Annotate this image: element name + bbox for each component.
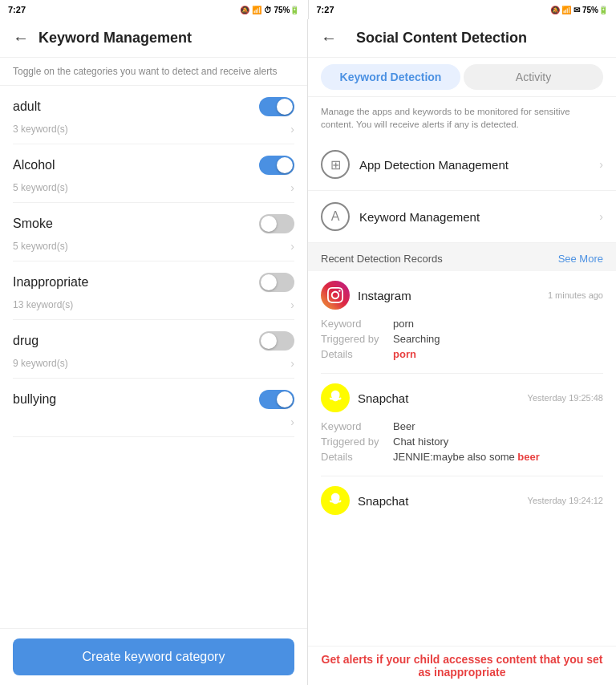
right-back-button[interactable]: ← bbox=[321, 29, 337, 47]
chevron-right-icon: › bbox=[599, 210, 603, 223]
categories-list: adult 3 keyword(s) › Alcohol 5 keyword(s… bbox=[0, 86, 307, 628]
manage-description: Manage the apps and keywords to be monit… bbox=[308, 97, 616, 139]
snapchat-icon bbox=[321, 486, 350, 515]
drug-keyword-row[interactable]: 9 keyword(s) › bbox=[13, 351, 294, 379]
chevron-right-icon: › bbox=[290, 415, 294, 428]
see-more-button[interactable]: See More bbox=[558, 253, 603, 265]
alcohol-keyword-count: 5 keyword(s) bbox=[13, 182, 68, 193]
main-content: ← Keyword Management Toggle on the categ… bbox=[0, 19, 616, 685]
left-status-bar: 7:27 🔕 📶 ⏱ 75%🔋 bbox=[0, 0, 309, 19]
inappropriate-toggle[interactable] bbox=[259, 273, 294, 292]
bullying-toggle[interactable] bbox=[259, 390, 294, 409]
app-name: Snapchat bbox=[358, 494, 408, 508]
chevron-right-icon: › bbox=[290, 123, 294, 136]
app-name: Snapchat bbox=[358, 391, 408, 405]
left-panel-header: ← Keyword Management bbox=[0, 19, 307, 58]
record-time: Yesterday 19:24:12 bbox=[528, 496, 603, 505]
smoke-keyword-count: 5 keyword(s) bbox=[13, 241, 68, 252]
inappropriate-keyword-row[interactable]: 13 keyword(s) › bbox=[13, 292, 294, 320]
keyword-management-icon: A bbox=[321, 202, 350, 231]
record-app: Snapchat bbox=[321, 383, 408, 412]
details-value: JENNIE:maybe also some beer bbox=[393, 451, 603, 463]
list-item: bullying › bbox=[0, 379, 307, 437]
adult-keyword-count: 3 keyword(s) bbox=[13, 124, 68, 135]
right-status-icons: 🔕 📶 ✉ 75%🔋 bbox=[550, 6, 608, 14]
details-value: porn bbox=[393, 348, 603, 360]
left-panel-title: Keyword Management bbox=[38, 30, 192, 47]
alcohol-keyword-row[interactable]: 5 keyword(s) › bbox=[13, 175, 294, 203]
recent-detection-header: Recent Detection Records See More bbox=[308, 243, 616, 271]
right-status-bar: 7:27 🔕 📶 ✉ 75%🔋 bbox=[309, 0, 617, 19]
record-app: Instagram bbox=[321, 281, 411, 310]
record-app: Snapchat bbox=[321, 486, 408, 515]
tabs-bar: Keyword Detection Activity bbox=[308, 58, 616, 97]
record-details: Keyword Beer Triggered by Chat history D… bbox=[321, 420, 603, 463]
table-row: Instagram 1 minutes ago Keyword porn Tri… bbox=[308, 271, 616, 370]
app-detection-label: App Detection Management bbox=[359, 158, 509, 172]
status-bars: 7:27 🔕 📶 ⏱ 75%🔋 7:27 🔕 📶 ✉ 75%🔋 bbox=[0, 0, 616, 19]
category-name: Inappropriate bbox=[13, 275, 88, 290]
list-item: Alcohol 5 keyword(s) › bbox=[0, 144, 307, 203]
list-item: drug 9 keyword(s) › bbox=[0, 320, 307, 379]
chevron-right-icon: › bbox=[290, 240, 294, 253]
record-header: Instagram 1 minutes ago bbox=[321, 281, 603, 310]
inappropriate-keyword-count: 13 keyword(s) bbox=[13, 299, 73, 310]
record-header: Snapchat Yesterday 19:25:48 bbox=[321, 383, 603, 412]
list-item: Smoke 5 keyword(s) › bbox=[0, 203, 307, 261]
instagram-icon bbox=[321, 281, 350, 310]
left-back-button[interactable]: ← bbox=[13, 29, 29, 47]
app-detection-management-item[interactable]: ⊞ App Detection Management › bbox=[308, 139, 616, 191]
tab-activity[interactable]: Activity bbox=[464, 64, 603, 90]
alcohol-toggle[interactable] bbox=[259, 156, 294, 175]
right-panel-title: Social Content Detection bbox=[356, 30, 527, 47]
category-name: drug bbox=[13, 334, 38, 348]
category-name: Smoke bbox=[13, 217, 53, 231]
create-keyword-category-button[interactable]: Create keyword category bbox=[13, 638, 294, 675]
keyword-value: porn bbox=[393, 318, 603, 330]
left-time: 7:27 bbox=[8, 5, 26, 14]
list-item: adult 3 keyword(s) › bbox=[0, 86, 307, 144]
drug-keyword-count: 9 keyword(s) bbox=[13, 358, 68, 369]
record-time: Yesterday 19:25:48 bbox=[528, 393, 603, 403]
table-row: Snapchat Yesterday 19:25:48 Keyword Beer… bbox=[308, 374, 616, 472]
smoke-keyword-row[interactable]: 5 keyword(s) › bbox=[13, 233, 294, 261]
record-time: 1 minutes ago bbox=[548, 290, 603, 300]
bottom-banner: Get alerts if your child accesses conten… bbox=[308, 646, 616, 685]
keyword-label: Keyword bbox=[321, 318, 393, 330]
left-panel: ← Keyword Management Toggle on the categ… bbox=[0, 19, 308, 685]
record-header: Snapchat Yesterday 19:24:12 bbox=[321, 486, 603, 515]
recent-detection-title: Recent Detection Records bbox=[321, 253, 443, 265]
triggered-label: Triggered by bbox=[321, 436, 393, 448]
right-panel-header: ← Social Content Detection bbox=[308, 19, 616, 58]
left-status-icons: 🔕 📶 ⏱ 75%🔋 bbox=[240, 6, 299, 14]
snapchat-icon bbox=[321, 383, 350, 412]
triggered-value: Chat history bbox=[393, 436, 603, 448]
right-panel: ← Social Content Detection Keyword Detec… bbox=[308, 19, 616, 685]
create-btn-area: Create keyword category bbox=[0, 628, 307, 685]
details-label: Details bbox=[321, 348, 393, 360]
keyword-management-item[interactable]: A Keyword Management › bbox=[308, 191, 616, 243]
keyword-management-label: Keyword Management bbox=[359, 210, 480, 224]
triggered-value: Searching bbox=[393, 333, 603, 345]
chevron-right-icon: › bbox=[290, 298, 294, 311]
keyword-value: Beer bbox=[393, 420, 603, 432]
triggered-label: Triggered by bbox=[321, 333, 393, 345]
record-details: Keyword porn Triggered by Searching Deta… bbox=[321, 318, 603, 360]
smoke-toggle[interactable] bbox=[259, 214, 294, 233]
details-label: Details bbox=[321, 451, 393, 463]
app-detection-icon: ⊞ bbox=[321, 150, 350, 179]
category-name: Alcohol bbox=[13, 158, 55, 172]
adult-keyword-row[interactable]: 3 keyword(s) › bbox=[13, 116, 294, 144]
chevron-right-icon: › bbox=[290, 357, 294, 370]
bullying-keyword-row[interactable]: › bbox=[13, 409, 294, 437]
app-name: Instagram bbox=[358, 289, 411, 302]
category-name: adult bbox=[13, 99, 41, 114]
keyword-label: Keyword bbox=[321, 420, 393, 432]
table-row: Snapchat Yesterday 19:24:12 bbox=[308, 476, 616, 533]
tab-keyword-detection[interactable]: Keyword Detection bbox=[321, 64, 460, 90]
chevron-right-icon: › bbox=[599, 158, 603, 171]
chevron-right-icon: › bbox=[290, 181, 294, 194]
adult-toggle[interactable] bbox=[259, 97, 294, 116]
drug-toggle[interactable] bbox=[259, 331, 294, 351]
right-time: 7:27 bbox=[317, 5, 334, 14]
